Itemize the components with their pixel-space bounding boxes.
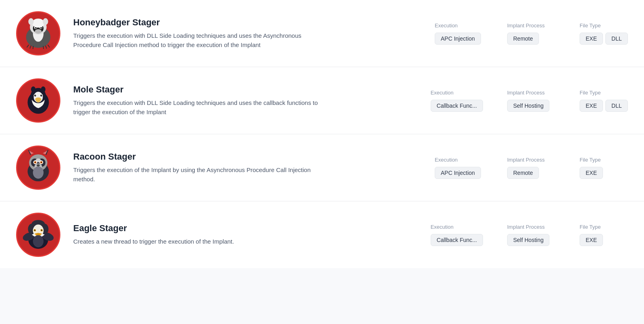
stager-list: Honeybadger Stager Triggers the executio…: [0, 0, 644, 268]
meta-execution: Execution Callback Func...: [431, 224, 483, 246]
meta-execution: Execution APC Injection: [435, 157, 483, 179]
svg-point-32: [41, 86, 45, 92]
stager-meta: Execution APC Injection Implant Process …: [435, 23, 628, 45]
svg-point-24: [35, 97, 41, 101]
meta-implant-process: Implant Process Remote: [507, 23, 555, 45]
stager-info: Racoon Stager Triggers the execution of …: [73, 152, 422, 184]
badge: Callback Func...: [431, 234, 483, 246]
stager-row[interactable]: Mole Stager Triggers the execution with …: [0, 67, 644, 134]
file-type-label: File Type: [580, 90, 628, 96]
stager-row[interactable]: Racoon Stager Triggers the execution of …: [0, 134, 644, 201]
badge: Self Hosting: [507, 234, 549, 246]
svg-point-48: [41, 162, 42, 163]
badge: APC Injection: [435, 167, 481, 179]
execution-badges: Callback Func...: [431, 234, 483, 246]
file-type-label: File Type: [580, 157, 628, 163]
implant-process-label: Implant Process: [507, 90, 555, 96]
implant-badges: Remote: [507, 167, 555, 179]
stager-description: Triggers the execution with DLL Side Loa…: [73, 31, 323, 50]
filetype-badges: EXE: [580, 234, 628, 246]
badge: Self Hosting: [507, 100, 549, 112]
implant-badges: Self Hosting: [507, 100, 555, 112]
stager-row[interactable]: Eagle Stager Creates a new thread to tri…: [0, 201, 644, 268]
filetype-badges: EXE DLL: [580, 100, 628, 112]
execution-label: Execution: [435, 23, 483, 29]
meta-implant-process: Implant Process Remote: [507, 157, 555, 179]
avatar: [16, 146, 60, 190]
stager-info: Eagle Stager Creates a new thread to tri…: [73, 223, 418, 246]
svg-point-28: [40, 94, 42, 96]
execution-label: Execution: [431, 224, 483, 230]
execution-badges: APC Injection: [435, 167, 483, 179]
implant-process-label: Implant Process: [507, 23, 555, 29]
stager-description: Creates a new thread to trigger the exec…: [73, 237, 323, 246]
svg-point-7: [43, 18, 48, 25]
stager-description: Triggers the execution of the Implant by…: [73, 165, 323, 184]
meta-execution: Execution Callback Func...: [431, 90, 483, 112]
meta-implant-process: Implant Process Self Hosting: [507, 90, 555, 112]
filetype-badges: EXE DLL: [580, 33, 628, 45]
badge: EXE: [580, 100, 603, 112]
execution-label: Execution: [431, 90, 483, 96]
badge: Callback Func...: [431, 100, 483, 112]
svg-point-51: [33, 166, 43, 178]
avatar: [16, 11, 60, 55]
badge: EXE: [580, 234, 603, 246]
stager-name: Mole Stager: [73, 84, 418, 95]
svg-point-30: [41, 95, 42, 96]
badge: EXE: [580, 167, 603, 179]
meta-file-type: File Type EXE: [580, 157, 628, 179]
stager-description: Triggers the execution with DLL Side Loa…: [73, 98, 323, 117]
svg-point-31: [31, 86, 35, 92]
execution-badges: Callback Func...: [431, 100, 483, 112]
meta-file-type: File Type EXE DLL: [580, 23, 628, 45]
stager-row[interactable]: Honeybadger Stager Triggers the executio…: [0, 0, 644, 67]
svg-point-69: [33, 235, 43, 247]
badge: DLL: [605, 100, 628, 112]
stager-name: Honeybadger Stager: [73, 17, 422, 28]
implant-badges: Self Hosting: [507, 234, 555, 246]
svg-point-6: [28, 18, 33, 25]
stager-info: Mole Stager Triggers the execution with …: [73, 84, 418, 117]
svg-point-27: [34, 94, 36, 96]
stager-meta: Execution Callback Func... Implant Proce…: [431, 90, 628, 112]
meta-implant-process: Implant Process Self Hosting: [507, 224, 555, 246]
svg-point-10: [35, 27, 37, 29]
badge: Remote: [507, 33, 539, 45]
implant-badges: Remote: [507, 33, 555, 45]
stager-name: Racoon Stager: [73, 152, 422, 162]
file-type-label: File Type: [580, 23, 628, 29]
stager-meta: Execution Callback Func... Implant Proce…: [431, 224, 628, 246]
svg-point-29: [35, 95, 36, 96]
svg-point-46: [35, 162, 36, 163]
badge: DLL: [605, 33, 628, 45]
badge: Remote: [507, 167, 539, 179]
avatar: [16, 78, 60, 123]
file-type-label: File Type: [580, 224, 628, 230]
meta-execution: Execution APC Injection: [435, 23, 483, 45]
avatar: [16, 213, 60, 257]
svg-line-17: [43, 46, 43, 49]
svg-point-68: [42, 230, 43, 230]
meta-file-type: File Type EXE: [580, 224, 628, 246]
svg-line-16: [33, 46, 33, 49]
execution-label: Execution: [435, 157, 483, 163]
stager-meta: Execution APC Injection Implant Process …: [435, 157, 628, 179]
stager-name: Eagle Stager: [73, 223, 418, 234]
svg-point-50: [37, 164, 40, 166]
filetype-badges: EXE: [580, 167, 628, 179]
svg-point-67: [35, 230, 36, 230]
svg-point-5: [32, 18, 44, 28]
badge: EXE: [580, 33, 603, 45]
stager-info: Honeybadger Stager Triggers the executio…: [73, 17, 422, 50]
execution-badges: APC Injection: [435, 33, 483, 45]
meta-file-type: File Type EXE DLL: [580, 90, 628, 112]
svg-point-11: [40, 27, 42, 29]
badge: APC Injection: [435, 33, 481, 45]
implant-process-label: Implant Process: [507, 224, 555, 230]
implant-process-label: Implant Process: [507, 157, 555, 163]
svg-point-13: [35, 29, 41, 34]
